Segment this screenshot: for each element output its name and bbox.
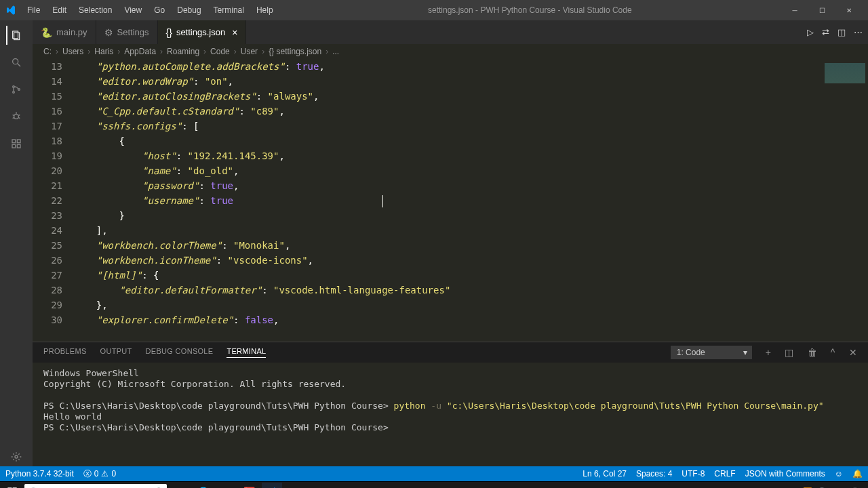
chevron-right-icon: › <box>87 47 90 56</box>
menu-debug[interactable]: Debug <box>172 3 206 18</box>
editor-tabs: 🐍main.py⚙Settings{}settings.json× ▷ ⇄ ◫ … <box>33 20 868 44</box>
vscode-taskbar-icon[interactable] <box>262 483 282 489</box>
menu-view[interactable]: View <box>119 3 147 18</box>
menu-file[interactable]: File <box>22 3 45 18</box>
minimize-button[interactable]: ─ <box>781 0 808 20</box>
window-title: settings.json - PWH Python Course - Visu… <box>279 5 781 15</box>
code-content[interactable]: "python.autoComplete.addBrackets": true,… <box>73 59 814 342</box>
breadcrumb-item[interactable]: Haris <box>94 47 113 56</box>
menu-selection[interactable]: Selection <box>73 3 117 18</box>
bottom-panel: PROBLEMSOUTPUTDEBUG CONSOLETERMINAL 1: C… <box>33 342 868 466</box>
breadcrumb-item[interactable]: Users <box>62 47 83 56</box>
chevron-right-icon: › <box>117 47 120 56</box>
breadcrumb-item[interactable]: AppData <box>124 47 156 56</box>
python-version[interactable]: Python 3.7.4 32-bit <box>5 469 74 479</box>
windows-taskbar: 🔍 🎤 ○ 🌐 📁 🟥 ^ ● ● ● ● 📶 🔊 ENG 💬 <box>0 481 868 488</box>
menu-edit[interactable]: Edit <box>47 3 72 18</box>
menu-go[interactable]: Go <box>149 3 170 18</box>
terminal-line <box>43 390 857 401</box>
indentation[interactable]: Spaces: 4 <box>636 469 672 479</box>
run-icon[interactable]: ▷ <box>807 27 814 37</box>
svg-rect-13 <box>12 140 16 143</box>
close-tab-icon[interactable]: × <box>232 27 237 38</box>
tab-label: main.py <box>56 27 87 37</box>
breadcrumb-item[interactable]: C: <box>43 47 52 56</box>
split-terminal-icon[interactable]: ◫ <box>785 347 793 358</box>
breadcrumb-item[interactable]: {} settings.json <box>269 47 321 56</box>
svg-line-11 <box>13 117 14 118</box>
maximize-button[interactable]: ☐ <box>808 0 835 20</box>
breadcrumb-item[interactable]: Code <box>210 47 230 56</box>
split-editor-icon[interactable]: ◫ <box>837 27 846 37</box>
chevron-right-icon: › <box>160 47 163 56</box>
explorer-icon[interactable] <box>6 26 25 45</box>
eol[interactable]: CRLF <box>714 469 735 479</box>
explorer-folder-icon[interactable]: 📁 <box>216 483 236 489</box>
chevron-right-icon: › <box>234 47 237 56</box>
file-icon: {} <box>166 27 172 38</box>
window-controls: ─ ☐ ✕ <box>781 0 863 20</box>
cortana-icon[interactable]: ○ <box>170 483 190 489</box>
file-icon: 🐍 <box>41 27 52 38</box>
start-button[interactable] <box>3 483 22 489</box>
menu-terminal[interactable]: Terminal <box>208 3 250 18</box>
cursor-position[interactable]: Ln 6, Col 27 <box>583 469 627 479</box>
settings-gear-icon[interactable] <box>7 447 26 466</box>
svg-line-3 <box>18 64 20 66</box>
breadcrumb-item[interactable]: User <box>241 47 258 56</box>
new-terminal-icon[interactable]: + <box>766 347 771 358</box>
svg-point-7 <box>14 115 19 119</box>
scm-icon[interactable] <box>7 80 26 99</box>
svg-line-9 <box>13 115 14 115</box>
terminal-line: Windows PowerShell <box>43 368 857 379</box>
svg-rect-15 <box>17 144 20 148</box>
tab-label: settings.json <box>176 27 225 37</box>
maximize-panel-icon[interactable]: ^ <box>831 347 835 358</box>
terminal-line: Hello world <box>43 411 857 422</box>
search-icon[interactable] <box>7 53 26 72</box>
problems-status[interactable]: ⓧ0 ⚠0 <box>83 468 116 480</box>
svg-rect-16 <box>17 140 20 143</box>
menu-bar: FileEditSelectionViewGoDebugTerminalHelp <box>22 3 279 18</box>
svg-line-10 <box>18 115 20 115</box>
tab-label: Settings <box>117 27 149 37</box>
svg-point-2 <box>13 59 18 64</box>
text-cursor <box>382 195 383 207</box>
feedback-icon[interactable]: ☺ <box>835 469 843 479</box>
line-gutter: 131415161718192021222324252627282930 <box>33 59 73 342</box>
debug-icon[interactable] <box>7 107 26 126</box>
breadcrumb-item[interactable]: ... <box>332 47 339 56</box>
app-icon[interactable]: 🟥 <box>239 483 259 489</box>
chevron-right-icon: › <box>262 47 264 56</box>
minimap[interactable] <box>814 59 868 342</box>
language-mode[interactable]: JSON with Comments <box>745 469 825 479</box>
kill-terminal-icon[interactable]: 🗑 <box>808 347 817 358</box>
extensions-icon[interactable] <box>7 134 26 153</box>
close-panel-icon[interactable]: ✕ <box>849 347 857 358</box>
menu-help[interactable]: Help <box>251 3 279 18</box>
panel-tab-terminal[interactable]: TERMINAL <box>226 347 266 358</box>
chrome-icon[interactable]: 🌐 <box>193 483 213 489</box>
tab-settings-json[interactable]: {}settings.json× <box>158 20 247 44</box>
svg-rect-14 <box>12 144 16 148</box>
tab-settings[interactable]: ⚙Settings <box>96 20 158 44</box>
panel-tab-problems[interactable]: PROBLEMS <box>43 347 87 358</box>
chevron-right-icon: › <box>326 47 328 56</box>
terminal-selector[interactable]: 1: Code <box>671 346 752 359</box>
taskbar-search[interactable]: 🔍 🎤 <box>24 484 167 489</box>
breadcrumbs[interactable]: C:›Users›Haris›AppData›Roaming›Code›User… <box>33 44 868 59</box>
vscode-icon <box>5 5 16 16</box>
panel-tab-debug-console[interactable]: DEBUG CONSOLE <box>146 347 214 358</box>
breadcrumb-item[interactable]: Roaming <box>167 47 199 56</box>
svg-point-17 <box>15 455 18 458</box>
panel-tab-output[interactable]: OUTPUT <box>100 347 132 358</box>
notifications-icon[interactable]: 🔔 <box>852 469 863 479</box>
more-actions-icon[interactable]: ⋯ <box>854 27 863 37</box>
terminal[interactable]: Windows PowerShellCopyright (C) Microsof… <box>33 363 868 466</box>
chevron-right-icon: › <box>56 47 58 56</box>
open-changes-icon[interactable]: ⇄ <box>822 27 829 37</box>
tab-main-py[interactable]: 🐍main.py <box>33 20 96 44</box>
encoding[interactable]: UTF-8 <box>682 469 705 479</box>
close-button[interactable]: ✕ <box>835 0 863 20</box>
editor[interactable]: 131415161718192021222324252627282930 "py… <box>33 59 868 342</box>
